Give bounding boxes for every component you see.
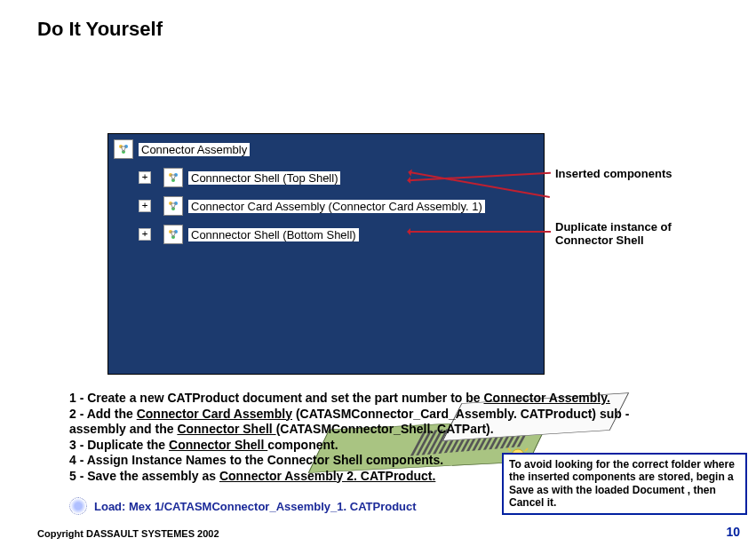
tree-child-2-row: + Connector Card Assembly (Connector Car… xyxy=(139,196,544,216)
product-icon xyxy=(163,168,183,187)
instruction-3: 3 - Duplicate the Connector Shell compon… xyxy=(69,438,638,454)
arrow-line xyxy=(409,231,551,233)
instruction-2: 2 - Add the Connector Card Assembly (CAT… xyxy=(69,407,638,438)
product-icon xyxy=(163,225,183,244)
product-icon xyxy=(114,139,133,159)
tree-root-label: Connector Assembly xyxy=(139,143,250,156)
expand-icon[interactable]: + xyxy=(139,200,151,212)
tree-child-1-label: Connnector Shell (Top Shell) xyxy=(188,171,340,185)
product-icon xyxy=(163,196,183,216)
assembly-tree-panel: Connector Assembly + Connnector Shell (T… xyxy=(107,133,545,375)
annotation-duplicate: Duplicate instance of Connector Shell xyxy=(555,220,715,247)
expand-icon[interactable]: + xyxy=(139,228,151,241)
footer-page-number: 10 xyxy=(726,525,740,539)
tree-root-row: Connector Assembly xyxy=(114,139,544,159)
tree-child-3-label: Connnector Shell (Bottom Shell) xyxy=(188,228,359,241)
annotation-inserted: Inserted components xyxy=(555,167,672,180)
page-title: Do It Yourself xyxy=(37,18,163,41)
load-row: Load: Mex 1/CATASMConnector_Assembly_1. … xyxy=(69,497,417,515)
load-icon xyxy=(69,497,87,515)
tip-callout: To avoid looking for the correct folder … xyxy=(502,453,747,515)
tree-child-3-row: + Connnector Shell (Bottom Shell) xyxy=(139,225,544,244)
tree-child-2-label: Connector Card Assembly (Connector Card … xyxy=(188,200,485,213)
expand-icon[interactable]: + xyxy=(139,171,151,184)
footer-copyright: Copyright DASSAULT SYSTEMES 2002 xyxy=(37,528,219,539)
instruction-1: 1 - Create a new CATProduct document and… xyxy=(69,391,638,407)
load-text: Load: Mex 1/CATASMConnector_Assembly_1. … xyxy=(94,500,417,513)
